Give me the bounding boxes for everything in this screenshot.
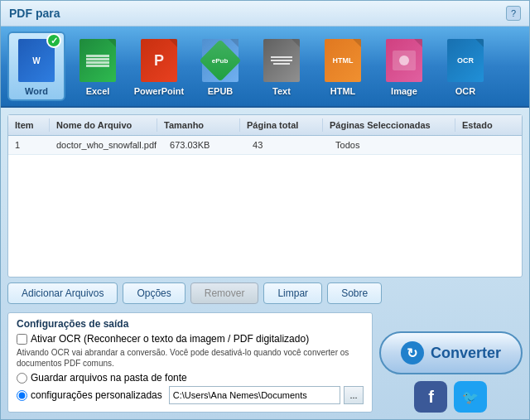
- title-bar: PDF para ?: [1, 1, 529, 27]
- cell-pages: 43: [246, 138, 329, 152]
- toolbar-epub[interactable]: ePub EPUB: [191, 31, 249, 101]
- custom-path-radio[interactable]: [17, 390, 27, 401]
- window-title: PDF para: [9, 7, 60, 20]
- html-icon: HTML: [321, 36, 364, 84]
- options-button[interactable]: Opções: [123, 282, 185, 304]
- cell-filename: doctor_who_snowfall.pdf: [50, 138, 163, 152]
- main-window: PDF para ? W ✓ Word: [0, 0, 530, 420]
- cell-item: 1: [8, 138, 50, 152]
- settings-box: Configurações de saída Ativar OCR (Recon…: [7, 312, 373, 413]
- col-pages: Página total: [240, 118, 323, 132]
- cell-status: [461, 138, 528, 152]
- cell-size: 673.03KB: [163, 138, 246, 152]
- facebook-button[interactable]: f: [414, 381, 447, 413]
- image-label: Image: [391, 86, 417, 96]
- col-selected: Páginas Seleccionadas: [323, 118, 455, 132]
- main-content: Item Nome do Arquivo Tamanho Página tota…: [1, 108, 529, 419]
- toolbar-word[interactable]: W ✓ Word: [7, 31, 65, 101]
- col-status: Estado: [455, 118, 522, 132]
- word-label: Word: [25, 86, 48, 96]
- table-header: Item Nome do Arquivo Tamanho Página tota…: [8, 115, 522, 136]
- text-label: Text: [272, 86, 291, 96]
- toolbar-powerpoint[interactable]: P PowerPoint: [130, 31, 188, 101]
- convert-label: Converter: [431, 345, 501, 362]
- right-panel: ↻ Converter f 🐦: [379, 331, 523, 413]
- custom-label: configurações personalizadas: [31, 389, 162, 401]
- bottom-area: Configurações de saída Ativar OCR (Recon…: [7, 312, 523, 413]
- toolbar-ocr[interactable]: OCR OCR: [436, 31, 494, 101]
- add-files-button[interactable]: Adicionar Arquivos: [7, 282, 118, 304]
- toolbar-excel[interactable]: Excel: [69, 31, 127, 101]
- col-size: Tamanho: [157, 118, 240, 132]
- save-source-label: Guardar arquivos na pasta de fonte: [31, 372, 187, 384]
- ocr-icon: OCR: [444, 36, 487, 84]
- col-item: Item: [8, 118, 50, 132]
- excel-label: Excel: [86, 86, 110, 96]
- powerpoint-icon: P: [137, 36, 181, 84]
- image-icon: [383, 36, 426, 84]
- about-button[interactable]: Sobre: [327, 282, 382, 304]
- powerpoint-label: PowerPoint: [134, 86, 185, 96]
- word-icon: W ✓: [15, 36, 58, 84]
- path-input-row: ...: [169, 386, 364, 404]
- save-source-row: Guardar arquivos na pasta de fonte: [17, 372, 364, 384]
- settings-title: Configurações de saída: [17, 318, 364, 330]
- browse-button[interactable]: ...: [344, 386, 364, 404]
- settings-panel: Configurações de saída Ativar OCR (Recon…: [7, 312, 373, 413]
- help-button[interactable]: ?: [506, 6, 521, 21]
- custom-path-row: configurações personalizadas ...: [17, 386, 364, 404]
- remove-button[interactable]: Remover: [190, 282, 259, 304]
- epub-label: EPUB: [208, 86, 234, 96]
- toolbar-html[interactable]: HTML HTML: [314, 31, 372, 101]
- excel-icon: [76, 36, 119, 84]
- twitter-button[interactable]: 🐦: [454, 381, 487, 413]
- toolbar: W ✓ Word Excel: [1, 27, 529, 108]
- toolbar-image[interactable]: Image: [375, 31, 433, 101]
- ocr-label-text: Ativar OCR (Reconhecer o texto da imagem…: [31, 333, 309, 345]
- ocr-checkbox-row: Ativar OCR (Reconhecer o texto da imagem…: [17, 333, 364, 345]
- convert-icon: ↻: [401, 341, 424, 364]
- toolbar-text[interactable]: Text: [253, 31, 311, 101]
- epub-icon: ePub: [199, 36, 242, 84]
- social-buttons: f 🐦: [414, 381, 487, 413]
- path-input[interactable]: [169, 386, 340, 404]
- word-checkmark: ✓: [46, 33, 61, 48]
- cell-selected: Todos: [329, 138, 461, 152]
- html-label: HTML: [330, 86, 356, 96]
- save-source-radio[interactable]: [17, 373, 27, 384]
- convert-button[interactable]: ↻ Converter: [379, 331, 523, 374]
- clear-button[interactable]: Limpar: [263, 282, 322, 304]
- ocr-hint: Ativando OCR vai abrandar a conversão. V…: [17, 347, 364, 369]
- table-row[interactable]: 1 doctor_who_snowfall.pdf 673.03KB 43 To…: [8, 136, 522, 155]
- ocr-label: OCR: [455, 86, 475, 96]
- text-icon: [260, 36, 303, 84]
- ocr-checkbox[interactable]: [17, 334, 27, 345]
- file-table: Item Nome do Arquivo Tamanho Página tota…: [7, 114, 523, 278]
- col-filename: Nome do Arquivo: [50, 118, 157, 132]
- action-buttons: Adicionar Arquivos Opções Remover Limpar…: [7, 282, 523, 307]
